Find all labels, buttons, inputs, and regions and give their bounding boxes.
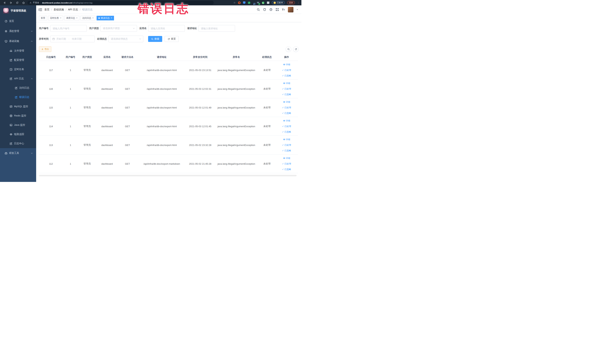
detail-link[interactable]: 详细 <box>283 157 290 160</box>
github-icon[interactable] <box>263 8 266 11</box>
sidebar-item-system[interactable]: 系统管理 <box>0 26 36 36</box>
sidebar-item-home[interactable]: 首页 <box>0 16 36 26</box>
home-icon[interactable] <box>22 1 25 4</box>
app-name-input[interactable] <box>148 25 185 32</box>
refresh-table-button[interactable] <box>293 46 299 52</box>
search-icon[interactable] <box>257 8 260 11</box>
mark-processed-link[interactable]: ✓已处理 <box>282 162 291 165</box>
breadcrumb-infra[interactable]: 基础设施 <box>54 8 64 11</box>
page-content: 用户编号 用户类型 请选择用户类型 应用名 请求地址 <box>36 22 302 182</box>
sidebar-item-access-log[interactable]: 访问日志 <box>0 83 36 93</box>
fullscreen-icon[interactable] <box>276 8 279 11</box>
breadcrumb-current: 错误日志 <box>82 8 93 11</box>
user-type-select[interactable]: 请选择用户类型 <box>101 25 137 32</box>
export-button[interactable]: 导出 <box>39 46 51 52</box>
request-url-input[interactable] <box>198 25 235 32</box>
sidebar-item-redis-monitor[interactable]: Redis 监控 <box>0 111 36 120</box>
sidebar-item-dev-tools[interactable]: 研发工具 <box>0 148 36 158</box>
mark-ignored-link[interactable]: ✓已忽略 <box>282 74 291 77</box>
sidebar-item-file-management[interactable]: 文件管理 <box>0 46 36 55</box>
app-logo[interactable]: 芋道管理系统 <box>0 5 36 16</box>
show-search-toggle-button[interactable] <box>286 46 291 52</box>
sidebar: 芋道管理系统 首页 系统管理 基础设施 文件管理 配置管理 定时任务 <box>0 5 36 182</box>
close-icon[interactable]: × <box>76 17 78 19</box>
user-id-input[interactable] <box>50 25 87 32</box>
collapse-sidebar-icon[interactable] <box>39 8 42 11</box>
bookmark-star-icon[interactable]: ☆ <box>233 1 236 4</box>
font-size-icon[interactable]: TT <box>282 8 285 11</box>
page-url[interactable]: dashboard.yudao.iocoder.cn/infra/log/api… <box>42 2 92 4</box>
cell-exception-name: java.lang.IllegalArgumentException <box>214 163 259 165</box>
request-url-label: 请求地址 <box>187 27 197 30</box>
sidebar-item-config-management[interactable]: 配置管理 <box>0 55 36 65</box>
extension-grid-icon[interactable] <box>253 2 254 3</box>
sidebar-item-label: 日志中心 <box>14 142 24 145</box>
extension-orange-icon[interactable] <box>238 1 241 4</box>
sidebar-item-error-log[interactable]: 错误日志 <box>0 93 36 102</box>
tab-home[interactable]: 首页 <box>39 16 47 20</box>
help-icon[interactable] <box>269 8 272 11</box>
tab-schedule-log[interactable]: 调度日志× <box>64 16 79 20</box>
extension-shield-icon[interactable] <box>243 1 245 4</box>
back-icon[interactable] <box>3 1 6 4</box>
mark-processed-link[interactable]: ✓已处理 <box>282 143 291 147</box>
sidebar-item-log-center[interactable]: 日志中心 <box>0 139 36 148</box>
mark-processed-link[interactable]: ✓已处理 <box>282 69 291 72</box>
search-button[interactable]: 搜索 <box>148 36 162 42</box>
extension-leaf-icon[interactable] <box>262 1 265 4</box>
sidebar-item-tracing[interactable]: 链路追踪 <box>0 130 36 139</box>
paused-badge[interactable]: 已暂停 <box>272 1 285 4</box>
close-icon[interactable]: × <box>92 17 94 19</box>
detail-link[interactable]: 详细 <box>283 101 290 104</box>
close-icon[interactable]: × <box>111 17 112 19</box>
mark-processed-link[interactable]: ✓已处理 <box>282 106 291 109</box>
security-warning-icon[interactable]: ⚠ <box>30 1 32 4</box>
detail-link[interactable]: 详细 <box>283 138 290 141</box>
tab-scheduled-tasks[interactable]: 定时任务× <box>48 16 63 20</box>
user-menu-caret-icon[interactable] <box>297 9 298 11</box>
mark-ignored-link[interactable]: ✓已忽略 <box>282 130 291 133</box>
mark-processed-link[interactable]: ✓已处理 <box>282 87 291 91</box>
tab-label: 错误日志 <box>101 16 110 20</box>
extension-on-badge-icon[interactable] <box>257 1 259 4</box>
check-icon: ✓ <box>282 168 284 171</box>
mark-ignored-link[interactable]: ✓已忽略 <box>282 168 291 171</box>
detail-link[interactable]: 详细 <box>283 82 290 85</box>
forward-icon[interactable] <box>10 1 12 4</box>
update-button[interactable]: 更新 <box>287 1 295 4</box>
cell-exception-name: java.lang.IllegalArgumentException <box>214 106 259 109</box>
mark-ignored-link[interactable]: ✓已忽略 <box>282 149 291 152</box>
sidebar-item-java-monitor[interactable]: Java 监控 <box>0 120 36 130</box>
detail-link[interactable]: 详细 <box>283 63 290 66</box>
breadcrumb-home[interactable]: 首页 <box>44 8 49 11</box>
breadcrumb-api-logs[interactable]: API 日志 <box>68 8 78 11</box>
extensions-puzzle-icon[interactable] <box>267 1 269 4</box>
sidebar-item-infra[interactable]: 基础设施 <box>0 36 36 46</box>
sidebar-item-mysql-monitor[interactable]: MySQL 监控 <box>0 102 36 111</box>
sidebar-item-scheduled-tasks[interactable]: 定时任务 <box>0 65 36 74</box>
horizontal-scrollbar[interactable] <box>39 175 297 176</box>
tab-access-log[interactable]: 访问日志× <box>81 16 95 20</box>
cell-process-status: 未处理 <box>259 143 275 147</box>
update-button-label: 更新 <box>289 1 293 4</box>
tab-error-log[interactable]: 错误日志× <box>97 16 114 20</box>
mark-ignored-link[interactable]: ✓已忽略 <box>282 93 291 96</box>
security-label[interactable]: 不安全 <box>33 1 39 4</box>
sidebar-item-api-logs[interactable]: API 日志 <box>0 74 36 83</box>
reload-icon[interactable] <box>16 1 19 4</box>
browser-menu-kebab-icon[interactable]: ⋮ <box>297 1 300 4</box>
close-icon[interactable]: × <box>60 17 61 19</box>
detail-link[interactable]: 详细 <box>283 119 290 122</box>
extension-check-icon[interactable]: ✓ <box>248 1 250 4</box>
process-status-select[interactable]: 请选择处理状态 <box>108 35 143 42</box>
table-row: 113 1 管理员 dashboard GET /api/infra/db-do… <box>39 136 298 154</box>
mark-processed-link[interactable]: ✓已处理 <box>282 125 291 128</box>
check-icon: ✓ <box>282 74 284 77</box>
calendar-icon <box>52 38 55 40</box>
mark-ignored-link[interactable]: ✓已忽略 <box>282 112 291 115</box>
reset-button[interactable]: 重置 <box>165 36 179 42</box>
eye-icon <box>283 63 285 66</box>
avatar[interactable] <box>288 7 293 12</box>
address-bar[interactable]: ⚠ 不安全 dashboard.yudao.iocoder.cn/infra/l… <box>27 1 214 5</box>
date-range-picker[interactable]: 开始日期 - 结束日期 <box>50 35 95 42</box>
